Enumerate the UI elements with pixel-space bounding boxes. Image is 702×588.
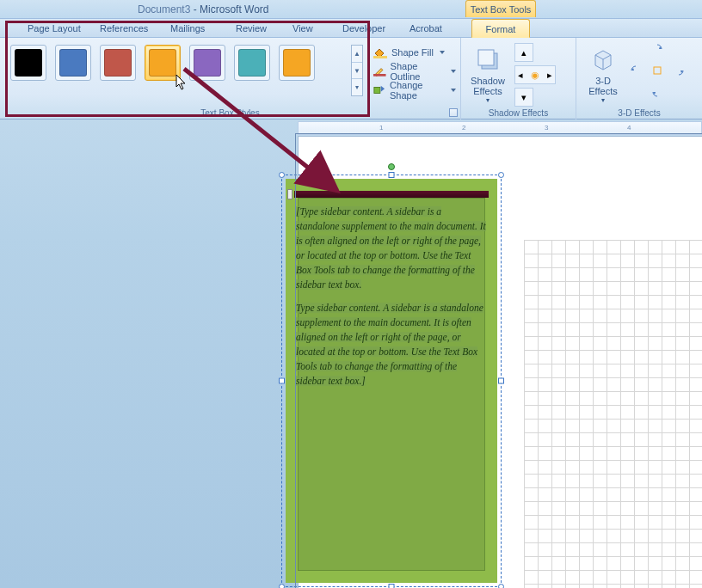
group-label-shadow: Shadow Effects	[461, 108, 576, 118]
resize-handle-e[interactable]	[498, 378, 504, 384]
style-swatch-black[interactable]	[10, 45, 46, 81]
shadow-nudge-lr[interactable]: ◂◉▸	[514, 65, 556, 84]
ruler-num-4: 4	[627, 124, 631, 132]
text-box-style-gallery	[10, 45, 315, 81]
pencil-icon	[373, 65, 386, 77]
title-bar: Document3 - Microsoft Word Text Box Tool…	[0, 0, 702, 19]
tab-page-layout[interactable]: Page Layout	[21, 19, 88, 38]
svg-rect-0	[373, 56, 387, 58]
three-d-tilt-grid	[630, 43, 692, 105]
style-swatch-blue[interactable]	[55, 45, 91, 81]
three-d-label: 3-D Effects	[582, 76, 625, 96]
shape-fill-label: Shape Fill	[391, 47, 434, 58]
rotate-handle[interactable]	[388, 163, 395, 170]
dropdown-icon	[451, 69, 456, 74]
resize-handle-w[interactable]	[279, 378, 285, 384]
tab-review[interactable]: Review	[229, 19, 274, 38]
style-swatch-orange-hover[interactable]	[145, 45, 181, 81]
svg-rect-4	[478, 50, 494, 65]
window-title: Document3 - Microsoft Word	[138, 3, 269, 15]
text-box-grip-icon[interactable]	[287, 189, 292, 199]
tilt-up[interactable]	[651, 43, 670, 62]
tilt-center[interactable]	[651, 64, 670, 83]
dropdown-icon	[451, 88, 456, 93]
text-box-heading-bar	[294, 191, 489, 198]
ruler-num-1: 1	[379, 124, 383, 132]
tab-references[interactable]: References	[93, 19, 155, 38]
text-box-content[interactable]: [Type sidebar content. A sidebar is a st…	[296, 205, 487, 574]
tilt-down[interactable]	[651, 86, 670, 105]
change-shape-button[interactable]: Change Shape	[370, 81, 459, 100]
tab-format[interactable]: Format	[471, 19, 530, 38]
group-label-text-box-styles: Text Box Styles	[0, 108, 460, 118]
text-box-para1: [Type sidebar content. A sidebar is a st…	[296, 206, 486, 290]
page-gridlines	[524, 240, 702, 588]
gallery-scroll[interactable]: ▲ ▼ ▾	[351, 45, 363, 96]
ribbon-tabs: Page Layout References Mailings Review V…	[0, 19, 702, 38]
tab-view[interactable]: View	[286, 19, 320, 38]
group-shadow-effects: Shadow Effects ▾ ▴ ◂◉▸ ▾ Shadow Effects	[461, 38, 576, 119]
gallery-scroll-up-icon[interactable]: ▲	[352, 46, 362, 63]
shape-commands: Shape Fill Shape Outline Change Shape	[370, 43, 459, 100]
style-swatch-purple[interactable]	[189, 45, 225, 81]
shadow-effects-label: Shadow Effects	[466, 76, 509, 96]
shadow-effects-button[interactable]: Shadow Effects ▾	[466, 41, 509, 104]
style-swatch-teal[interactable]	[234, 45, 270, 81]
ribbon: ▲ ▼ ▾ Shape Fill Shape Outline	[0, 38, 702, 119]
shape-outline-label: Shape Outline	[391, 61, 445, 82]
resize-handle-ne[interactable]	[498, 172, 504, 178]
shadow-icon	[473, 45, 502, 74]
svg-rect-1	[373, 74, 386, 77]
dropdown-icon	[440, 50, 445, 55]
text-box-selection[interactable]: [Type sidebar content. A sidebar is a st…	[281, 175, 502, 587]
tilt-left[interactable]	[630, 64, 649, 83]
text-box-para2: Type sidebar content. A sidebar is a sta…	[296, 303, 483, 386]
shadow-nudge-up[interactable]: ▴	[514, 43, 533, 62]
change-shape-label: Change Shape	[390, 80, 445, 101]
style-swatch-orange[interactable]	[279, 45, 315, 81]
contextual-tools-title: Text Box Tools	[465, 0, 536, 17]
group-3d-effects: 3-D Effects ▾ 3-D Effects	[576, 38, 702, 119]
svg-rect-5	[654, 67, 661, 74]
tab-acrobat[interactable]: Acrobat	[403, 19, 449, 38]
horizontal-ruler[interactable]: 1 2 3 4	[298, 121, 702, 135]
tilt-right[interactable]	[673, 64, 692, 83]
gallery-scroll-down-icon[interactable]: ▼	[352, 63, 362, 80]
ruler-num-2: 2	[462, 124, 465, 132]
dialog-launcher-icon[interactable]	[449, 108, 458, 117]
change-shape-icon	[373, 84, 385, 96]
resize-handle-se[interactable]	[498, 584, 504, 588]
tab-developer[interactable]: Developer	[336, 19, 392, 38]
svg-rect-2	[374, 87, 380, 93]
resize-handle-s[interactable]	[389, 584, 395, 588]
group-label-3d: 3-D Effects	[576, 108, 702, 118]
resize-handle-n[interactable]	[389, 172, 395, 178]
shape-fill-button[interactable]: Shape Fill	[370, 43, 459, 62]
app-name: Microsoft Word	[200, 3, 268, 15]
gallery-more-icon[interactable]: ▾	[352, 79, 362, 95]
shadow-nudge-grid: ▴ ◂◉▸ ▾	[514, 43, 556, 107]
cube-icon	[588, 45, 618, 74]
three-d-effects-button[interactable]: 3-D Effects ▾	[582, 41, 625, 104]
document-name: Document3	[138, 3, 190, 15]
shadow-nudge-down[interactable]: ▾	[514, 88, 533, 107]
shape-outline-button[interactable]: Shape Outline	[370, 62, 459, 81]
resize-handle-sw[interactable]	[279, 584, 285, 588]
group-text-box-styles: ▲ ▼ ▾ Shape Fill Shape Outline	[0, 38, 461, 119]
style-swatch-red[interactable]	[100, 45, 136, 81]
tab-mailings[interactable]: Mailings	[163, 19, 212, 38]
resize-handle-nw[interactable]	[279, 172, 285, 178]
document-viewport[interactable]: [Type sidebar content. A sidebar is a st…	[298, 136, 702, 588]
ruler-num-3: 3	[545, 124, 548, 132]
paint-bucket-icon	[373, 46, 387, 58]
